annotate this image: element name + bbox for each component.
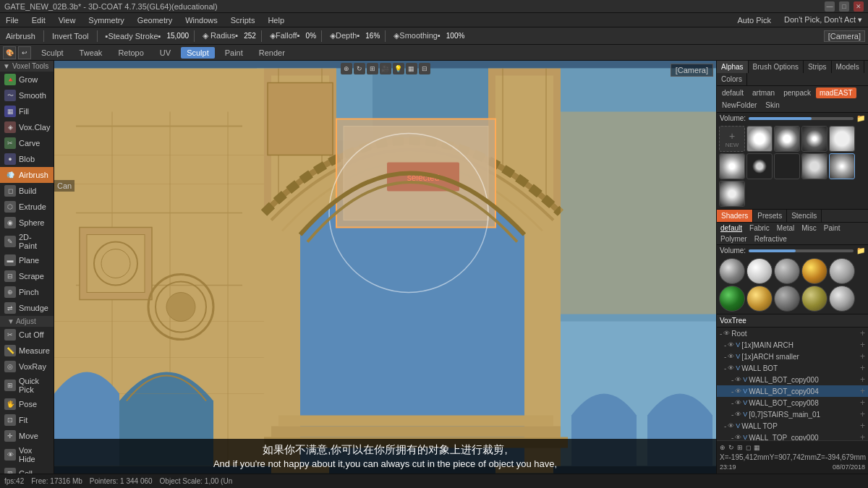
tool-measure[interactable]: 📏 Measure	[0, 343, 54, 359]
menu-auto-pick[interactable]: Auto Pick	[735, 14, 774, 26]
radius-label[interactable]: ◈ Radius▪	[200, 31, 241, 40]
invert-tool[interactable]: Invert Tool	[49, 32, 92, 40]
tab-alphas[interactable]: Alphas	[717, 61, 749, 73]
shader-ball-6-green[interactable]	[719, 286, 745, 312]
menu-dont-pick[interactable]: Don't Pick, Don't Act ▾	[781, 14, 865, 26]
vox-item-root[interactable]: - 👁 Root +	[717, 328, 868, 339]
vox-item-arch-smaller[interactable]: - 👁 V [1x]ARCH smaller +	[717, 351, 868, 362]
menu-geometry[interactable]: Geometry	[135, 14, 175, 26]
coord-icon-1[interactable]: ⊕	[720, 444, 726, 451]
tool-fit[interactable]: ⊡ Fit	[0, 412, 54, 428]
tool-move[interactable]: ✛ Move	[0, 428, 54, 444]
vox-eye-arch-smaller[interactable]: 👁	[728, 353, 734, 360]
menu-help[interactable]: Help	[265, 14, 287, 26]
tool-carve[interactable]: ✂ Carve	[0, 135, 54, 151]
vox-add-arch-smaller[interactable]: +	[860, 351, 865, 361]
tab-sculpt[interactable]: Sculpt	[35, 47, 69, 59]
vox-eye-stairs[interactable]: 👁	[735, 411, 741, 418]
shader-tab-presets[interactable]: Presets	[753, 210, 787, 222]
vox-eye-wall-top[interactable]: 👁	[728, 422, 734, 429]
menu-symmetry[interactable]: Symmetry	[85, 14, 127, 26]
vp-icon-light[interactable]: 💡	[393, 63, 404, 74]
close-btn[interactable]: ✕	[854, 1, 864, 12]
small-icon-1[interactable]: 🎨	[3, 46, 16, 59]
tool-smudge[interactable]: ⇌ Smudge	[0, 300, 54, 316]
brush-swatch-3[interactable]	[801, 126, 827, 152]
pack-penpack[interactable]: penpack	[780, 87, 814, 98]
pack-artman[interactable]: artman	[749, 87, 778, 98]
shader-ball-3[interactable]	[774, 258, 800, 284]
viewport[interactable]: selected	[54, 61, 716, 474]
window-controls[interactable]: — □ ✕	[825, 1, 864, 12]
vox-item-wall-bot-copy008[interactable]: - 👁 V WALL_BOT_copy008 +	[717, 397, 868, 408]
small-icon-2[interactable]: ↩	[18, 46, 31, 59]
volume-slider[interactable]	[749, 117, 854, 120]
tool-voxray[interactable]: ◎ VoxRay	[0, 359, 54, 374]
vox-eye-top-copy000[interactable]: 👁	[735, 434, 741, 440]
brush-swatch-6[interactable]	[746, 153, 773, 179]
shader-ball-2[interactable]	[746, 258, 773, 284]
shader-sub-fabric[interactable]: Fabric	[746, 223, 773, 234]
tab-models[interactable]: Models	[832, 61, 864, 73]
brush-swatch-7[interactable]	[774, 153, 800, 179]
vox-eye-main-arch[interactable]: 👁	[728, 341, 734, 348]
vox-item-wall-bot-copy004[interactable]: - 👁 V WALL_BOT_copy004 +	[717, 385, 868, 397]
steady-stroke[interactable]: ▪Steady Stroke▪	[103, 32, 164, 40]
pack-newfolder[interactable]: NewFolder	[718, 100, 760, 111]
tool-grow[interactable]: 🔺 Grow	[0, 72, 54, 87]
vox-add-top-copy000[interactable]: +	[860, 432, 865, 440]
shader-ball-4-gold[interactable]	[801, 258, 827, 284]
shader-sub-paint[interactable]: Paint	[820, 223, 844, 234]
vox-item-stairs[interactable]: - 👁 V [0,7]STAIRS_main_01 +	[717, 408, 868, 420]
tool-extrude[interactable]: ⬡ Extrude	[0, 199, 54, 215]
menu-file[interactable]: File	[3, 14, 22, 26]
pack-skin[interactable]: Skin	[762, 100, 783, 111]
menu-windows[interactable]: Windows	[182, 14, 221, 26]
camera-label[interactable]: [Camera]	[824, 30, 865, 42]
menu-scripts[interactable]: Scripts	[228, 14, 258, 26]
vox-add-wall-top[interactable]: +	[860, 421, 865, 431]
adjust-header[interactable]: ▼ Adjust	[0, 316, 54, 327]
brush-swatch-9-selected[interactable]	[829, 153, 855, 179]
vox-add-stairs[interactable]: +	[860, 409, 865, 419]
tool-plane[interactable]: ▬ Plane	[0, 252, 54, 268]
shader-sub-metal[interactable]: Metal	[773, 223, 798, 234]
shader-sub-default[interactable]: default	[717, 223, 746, 234]
brush-swatch-10[interactable]	[719, 181, 745, 207]
vp-icon-rotate[interactable]: ↻	[354, 63, 365, 74]
tool-fill[interactable]: ▦ Fill	[0, 103, 54, 119]
vox-add-copy000[interactable]: +	[860, 374, 865, 385]
tool-voxclay[interactable]: ◈ Vox.Clay	[0, 119, 54, 135]
vox-add-wall-bot[interactable]: +	[860, 363, 865, 373]
falloff-label[interactable]: ◈Falloff▪	[267, 31, 303, 40]
tab-tweak[interactable]: Tweak	[74, 47, 109, 59]
tab-render[interactable]: Render	[253, 47, 291, 59]
menu-edit[interactable]: Edit	[29, 14, 48, 26]
tool-scrape[interactable]: ⊟ Scrape	[0, 268, 54, 284]
tab-retopo[interactable]: Retopo	[112, 47, 149, 59]
brush-swatch-1[interactable]	[746, 126, 773, 152]
tab-sculpt-active[interactable]: Sculpt	[181, 47, 215, 59]
tab-brush-options[interactable]: Brush Options	[749, 61, 804, 73]
coord-icon-5[interactable]: ▦	[754, 444, 760, 451]
shader-sub-refractive[interactable]: Refractive	[751, 234, 791, 244]
vp-icon-scale[interactable]: ⊞	[367, 63, 378, 74]
vox-add-copy008[interactable]: +	[860, 398, 865, 408]
pack-madeast[interactable]: madEAST	[816, 87, 856, 98]
vp-icon-wire[interactable]: ▦	[406, 63, 417, 74]
tool-pose[interactable]: 🖐 Pose	[0, 396, 54, 412]
tool-blob[interactable]: ● Blob	[0, 151, 54, 167]
shader-folder-icon[interactable]: 📁	[856, 247, 865, 254]
coord-icon-4[interactable]: ◻	[746, 444, 751, 451]
tool-vox-hide[interactable]: 👁 Vox Hide	[0, 444, 54, 466]
brush-swatch-5[interactable]	[719, 153, 745, 179]
shader-tab-shaders[interactable]: Shaders	[717, 210, 753, 222]
tool-smooth[interactable]: 〜 Smooth	[0, 87, 54, 103]
menu-view[interactable]: View	[56, 14, 79, 26]
brush-swatch-4[interactable]	[829, 126, 855, 152]
vox-eye-copy000[interactable]: 👁	[735, 376, 741, 383]
volume-icon[interactable]: 📁	[856, 114, 865, 122]
tab-strips[interactable]: Strips	[804, 61, 832, 73]
tab-colors[interactable]: Colors	[717, 73, 747, 85]
vox-eye-copy004[interactable]: 👁	[735, 388, 741, 395]
